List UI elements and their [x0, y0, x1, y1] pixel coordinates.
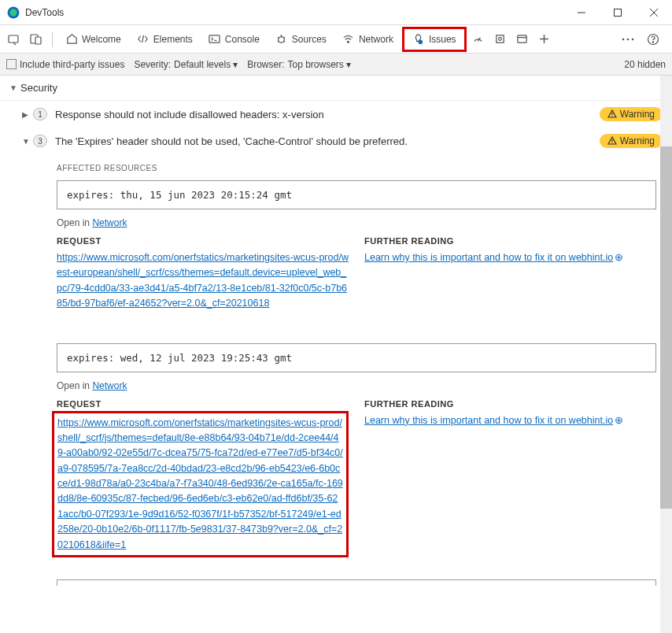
svg-rect-3: [615, 9, 622, 16]
browser-filter[interactable]: Browser:Top browsers▾: [247, 59, 351, 70]
svg-point-11: [348, 41, 349, 43]
close-button[interactable]: [636, 0, 672, 25]
request-label: REQUEST: [57, 399, 349, 409]
further-reading-label: FURTHER READING: [364, 399, 656, 409]
wifi-icon: [342, 33, 355, 46]
resource-header: expires: wed, 12 jul 2023 19:25:43 gmt: [57, 343, 656, 372]
issue-title: Response should not include disallowed h…: [55, 109, 600, 120]
svg-point-19: [622, 38, 625, 40]
further-reading-label: FURTHER READING: [364, 236, 656, 246]
request-label: REQUEST: [57, 236, 349, 246]
svg-point-14: [499, 38, 502, 41]
resource-header: expires: thu, 15 jun 2023 20:15:24 gmt: [57, 180, 656, 209]
include-third-party-checkbox[interactable]: Include third-party issues: [6, 59, 124, 70]
inspect-button[interactable]: [3, 28, 25, 50]
hidden-count[interactable]: 20 hidden: [624, 59, 666, 70]
device-emulation-button[interactable]: [25, 28, 47, 50]
svg-rect-13: [497, 35, 504, 43]
console-icon: [209, 33, 221, 46]
scrollbar-thumb[interactable]: [660, 146, 672, 509]
highlighted-request-url: https://www.microsoft.com/onerfstatics/m…: [52, 411, 349, 557]
open-in-network-link[interactable]: Network: [92, 217, 127, 228]
tab-label: Issues: [429, 34, 456, 45]
svg-rect-9: [209, 35, 220, 43]
section-security[interactable]: ▼ Security: [0, 76, 672, 101]
help-button[interactable]: [642, 28, 664, 50]
affected-resources-label: AFFECTED RESOURCES: [0, 154, 672, 177]
count-badge: 1: [33, 108, 47, 120]
svg-point-27: [611, 143, 612, 143]
issue-row[interactable]: ▼ 3 The 'Expires' header should not be u…: [0, 128, 672, 154]
main-toolbar: Welcome Elements Console Sources Network…: [0, 25, 672, 54]
svg-rect-8: [35, 37, 41, 44]
checkbox-label: Include third-party issues: [20, 59, 124, 70]
tab-elements[interactable]: Elements: [129, 25, 201, 54]
svg-rect-15: [518, 35, 526, 43]
tab-sources[interactable]: Sources: [268, 25, 334, 54]
section-label: Security: [20, 82, 57, 94]
separator: [52, 31, 53, 47]
memory-tab-icon[interactable]: [489, 28, 511, 50]
further-reading-link[interactable]: Learn why this is important and how to f…: [364, 415, 623, 426]
minimize-button[interactable]: [563, 0, 600, 25]
resource-header: [57, 579, 656, 586]
bug-icon: [275, 33, 288, 46]
open-in-row: Open in Network: [0, 376, 672, 399]
svg-point-25: [611, 116, 612, 117]
external-link-icon: ⊕: [615, 413, 623, 428]
further-reading-link[interactable]: Learn why this is important and how to f…: [364, 252, 623, 263]
issues-panel: ▼ Security ▶ 1 Response should not inclu…: [0, 76, 672, 633]
tab-issues[interactable]: Issues: [402, 27, 467, 52]
svg-rect-6: [9, 35, 18, 43]
chevron-down-icon: ▼: [22, 137, 30, 146]
tab-welcome[interactable]: Welcome: [57, 25, 129, 54]
tab-label: Console: [225, 34, 260, 45]
more-button[interactable]: [617, 28, 639, 50]
warning-badge: Warning: [600, 107, 663, 121]
svg-point-12: [419, 39, 423, 44]
maximize-button[interactable]: [600, 0, 636, 25]
window-title: DevTools: [25, 7, 563, 18]
filter-bar: Include third-party issues Severity:Defa…: [0, 54, 672, 76]
tab-label: Network: [359, 34, 393, 45]
tab-network[interactable]: Network: [334, 25, 401, 54]
request-url-link[interactable]: https://www.microsoft.com/onerfstatics/m…: [57, 417, 343, 550]
svg-point-23: [652, 41, 653, 42]
titlebar: DevTools: [0, 0, 672, 25]
svg-point-21: [632, 38, 634, 40]
svg-point-20: [627, 38, 630, 40]
severity-filter[interactable]: Severity:Default levels▾: [134, 59, 238, 70]
home-icon: [65, 33, 78, 46]
scrollbar[interactable]: [660, 76, 672, 633]
application-tab-icon[interactable]: [511, 28, 534, 50]
svg-point-1: [10, 9, 17, 16]
chevron-right-icon: ▶: [22, 110, 30, 119]
performance-tab-icon[interactable]: [467, 28, 489, 50]
chevron-down-icon: ▾: [346, 59, 351, 70]
svg-point-10: [279, 37, 285, 43]
tab-label: Welcome: [82, 34, 121, 45]
chevron-down-icon: ▾: [233, 59, 238, 70]
code-icon: [137, 33, 150, 46]
warning-badge: Warning: [600, 134, 663, 148]
count-badge: 3: [33, 135, 47, 147]
open-in-network-link[interactable]: Network: [92, 380, 127, 391]
issue-row[interactable]: ▶ 1 Response should not include disallow…: [0, 101, 672, 128]
external-link-icon: ⊕: [615, 250, 623, 265]
request-url-link[interactable]: https://www.microsoft.com/onerfstatics/m…: [57, 252, 349, 309]
tab-console[interactable]: Console: [201, 25, 268, 54]
tab-label: Elements: [153, 34, 193, 45]
edge-icon: [6, 6, 20, 20]
issue-title: The 'Expires' header should not be used,…: [55, 135, 600, 147]
open-in-row: Open in Network: [0, 213, 672, 236]
lightbulb-icon: [412, 33, 425, 46]
chevron-down-icon: ▼: [9, 83, 17, 92]
tab-label: Sources: [292, 34, 327, 45]
add-tab-button[interactable]: [534, 28, 556, 50]
